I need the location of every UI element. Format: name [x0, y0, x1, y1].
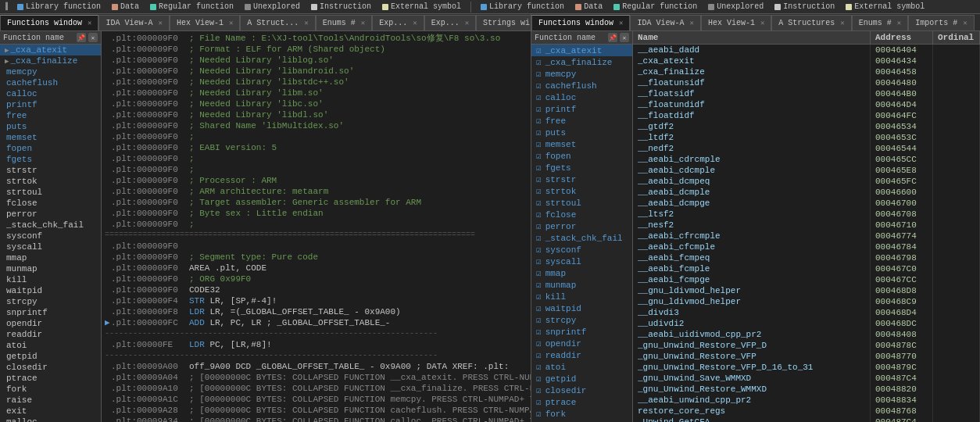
names-row-34[interactable]: _Unwind_GetCFA000487C4 — [633, 417, 980, 422]
fw-item-right-22[interactable]: ☑waitpid — [531, 302, 632, 314]
fw-item-left-34[interactable]: malloc — [0, 417, 101, 422]
fw-item-right-25[interactable]: ☑opendir — [531, 338, 632, 349]
fw-item-right-15[interactable]: ☑perror — [531, 220, 632, 232]
code-line-1[interactable]: .plt:000009F0; Format : ELF for ARM (Sha… — [102, 44, 531, 55]
names-row-2[interactable]: _cxa_finalize00046458 — [633, 66, 980, 77]
code-line-27[interactable]: ----------------------------------------… — [102, 328, 531, 339]
code-line-8[interactable]: .plt:000009F0; Shared Name 'libMultidex.… — [102, 120, 531, 131]
fw-item-left-27[interactable]: atoi — [0, 340, 101, 351]
names-row-11[interactable]: __aeabi_cdcmple000465E8 — [633, 165, 980, 176]
names-row-22[interactable]: __gnu_ldivmod_helper000468D8 — [633, 285, 980, 296]
names-row-19[interactable]: __aeabi_fcmpeq00046798 — [633, 252, 980, 263]
fw-item-right-30[interactable]: ☑ptrace — [531, 396, 632, 408]
names-row-10[interactable]: __aeabi_cdrcmple000465CC — [633, 154, 980, 165]
names-row-5[interactable]: __floatundidf000464D4 — [633, 99, 980, 110]
fw-item-left-28[interactable]: getpid — [0, 351, 101, 362]
tab-exp2-left[interactable]: Exp... ✕ — [424, 15, 476, 30]
names-row-23[interactable]: __gnu_ldivmod_helper000468C9 — [633, 296, 980, 307]
tab-close-exp2-left[interactable]: ✕ — [465, 19, 469, 27]
fw-item-left-24[interactable]: snprintf — [0, 307, 101, 318]
fw-item-right-20[interactable]: ☑munmap — [531, 279, 632, 291]
fw-item-left-7[interactable]: puts — [0, 121, 101, 132]
fw-item-left-20[interactable]: munmap — [0, 263, 101, 274]
fw-item-left-1[interactable]: ▶_cxa_finalize — [0, 55, 101, 66]
fw-icon-close[interactable]: ✕ — [88, 33, 98, 42]
fw-item-right-16[interactable]: ☑_stack_chk_fail — [531, 232, 632, 244]
tab-close-hex-right[interactable]: ✕ — [760, 19, 764, 27]
names-row-25[interactable]: __udivdi2000468DC — [633, 318, 980, 329]
tab-close-ida-right[interactable]: ✕ — [689, 19, 693, 27]
code-line-7[interactable]: .plt:000009F0; Needed Library 'libdl.so' — [102, 109, 531, 120]
fw-item-right-13[interactable]: ☑strtoul — [531, 197, 632, 209]
fw-item-left-15[interactable]: perror — [0, 209, 101, 220]
fw-item-left-2[interactable]: memcpy — [0, 66, 101, 77]
fw-item-right-11[interactable]: ☑strstr — [531, 173, 632, 185]
fw-item-left-3[interactable]: cacheflush — [0, 77, 101, 88]
names-row-21[interactable]: __aeabi_fcmpge000467CC — [633, 274, 980, 285]
code-line-29[interactable]: ----------------------------------------… — [102, 350, 531, 361]
fw-item-left-13[interactable]: strtoul — [0, 187, 101, 198]
code-line-25[interactable]: .plt:000009F8 LDR LR, =(_GLOBAL_OFFSET_T… — [102, 306, 531, 317]
fw-item-left-18[interactable]: syscall — [0, 241, 101, 252]
code-line-18[interactable]: ========================================… — [102, 230, 531, 241]
names-row-8[interactable]: __ltdf20004653C — [633, 132, 980, 143]
code-line-11[interactable]: .plt:000009F0; — [102, 153, 531, 164]
fw-item-left-10[interactable]: fgets — [0, 154, 101, 165]
names-row-30[interactable]: _gnu_Unwind_Save_WMMXD000487C4 — [633, 373, 980, 384]
fw-item-left-19[interactable]: mmap — [0, 252, 101, 263]
fw-item-right-5[interactable]: ☑printf — [531, 103, 632, 115]
fw-item-right-31[interactable]: ☑fork — [531, 408, 632, 420]
fw-item-left-26[interactable]: readdir — [0, 329, 101, 340]
names-row-9[interactable]: __nedf200046544 — [633, 143, 980, 154]
fw-item-right-26[interactable]: ☑readdir — [531, 349, 632, 361]
tab-close-enums-right[interactable]: ✕ — [897, 19, 901, 27]
code-line-22[interactable]: .plt:000009F0 ; ORG 0x99F0 — [102, 274, 531, 284]
fw-item-right-28[interactable]: ☑getpid — [531, 373, 632, 384]
code-line-10[interactable]: .plt:000009F0; EABI version: 5 — [102, 142, 531, 153]
code-view-left[interactable]: .plt:000009F0; File Name : E:\XJ-tool\To… — [102, 31, 531, 422]
fw-item-right-14[interactable]: ☑fclose — [531, 209, 632, 220]
fw-item-right-17[interactable]: ☑sysconf — [531, 244, 632, 256]
names-row-6[interactable]: __floatdidf000464FC — [633, 110, 980, 121]
names-list[interactable]: __aeabi_dadd00046404_cxa_atexit00046434_… — [633, 45, 980, 422]
fw-item-left-11[interactable]: strstr — [0, 165, 101, 176]
names-row-20[interactable]: __aeabi_fcmple000467C0 — [633, 263, 980, 274]
tab-close-ida-left[interactable]: ✕ — [158, 19, 162, 27]
names-row-17[interactable]: __aeabi_cfrcmple00046774 — [633, 231, 980, 241]
names-row-32[interactable]: __aeabi_unwind_cpp_pr200048834 — [633, 395, 980, 406]
code-line-5[interactable]: .plt:000009F0; Needed Library 'libm.so' — [102, 88, 531, 98]
fw-item-left-21[interactable]: kill — [0, 274, 101, 285]
code-line-31[interactable]: .plt:00009A04; [00000000C BYTES: COLLAPS… — [102, 372, 531, 383]
fw-item-right-27[interactable]: ☑atoi — [531, 361, 632, 373]
code-line-9[interactable]: .plt:000009F0; — [102, 131, 531, 142]
code-line-16[interactable]: .plt:000009F0; Byte sex : Little endian — [102, 208, 531, 219]
fw-item-right-8[interactable]: ☑memset — [531, 138, 632, 150]
code-line-30[interactable]: .plt:00009A00off_9A00 DCD _GLOBAL_OFFSET… — [102, 361, 531, 372]
tab-close-functions-right[interactable]: ✕ — [619, 19, 623, 27]
code-line-21[interactable]: .plt:000009F0 AREA .plt, CODE — [102, 263, 531, 274]
names-row-33[interactable]: restore_core_regs00048768 — [633, 406, 980, 417]
code-line-2[interactable]: .plt:000009F0; Needed Library 'liblog.so… — [102, 55, 531, 66]
fw-item-right-1[interactable]: ☑_cxa_finalize — [531, 56, 632, 68]
tab-enums-right[interactable]: Enums # ✕ — [852, 15, 908, 30]
fw-item-right-7[interactable]: ☑puts — [531, 127, 632, 138]
tab-structures-right[interactable]: A Structures ✕ — [771, 15, 851, 30]
code-line-0[interactable]: .plt:000009F0; File Name : E:\XJ-tool\To… — [102, 33, 531, 44]
tab-close-functions-left[interactable]: ✕ — [88, 19, 91, 27]
code-line-35[interactable]: .plt:00009A34; [00000000C BYTES: COLLAPS… — [102, 416, 531, 422]
fw-item-left-9[interactable]: fopen — [0, 143, 101, 154]
fw-item-left-17[interactable]: sysconf — [0, 231, 101, 241]
names-row-13[interactable]: __aeabi_dcmple00046600 — [633, 187, 980, 198]
code-line-23[interactable]: .plt:000009F0 CODE32 — [102, 284, 531, 295]
fw-item-right-6[interactable]: ☑free — [531, 115, 632, 127]
fw-item-left-0[interactable]: ▶_cxa_atexit — [0, 45, 101, 55]
code-line-6[interactable]: .plt:000009F0; Needed Library 'libc.so' — [102, 98, 531, 109]
tab-close-structures-right[interactable]: ✕ — [840, 19, 844, 27]
code-line-4[interactable]: .plt:000009F0; Needed Library 'libstdc++… — [102, 77, 531, 88]
fw-item-right-18[interactable]: ☑syscall — [531, 256, 632, 267]
fw-item-left-5[interactable]: printf — [0, 99, 101, 110]
fw-item-left-25[interactable]: opendir — [0, 318, 101, 329]
names-row-16[interactable]: __nesf200046710 — [633, 220, 980, 231]
fw-item-left-33[interactable]: exit — [0, 406, 101, 417]
fw-item-left-23[interactable]: strcpy — [0, 296, 101, 307]
